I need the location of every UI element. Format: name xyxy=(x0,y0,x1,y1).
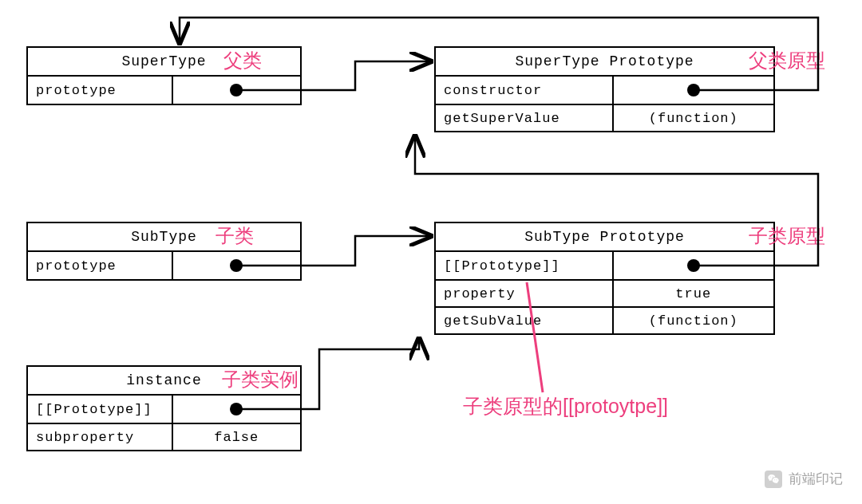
label-subtype: 子类 xyxy=(216,223,254,249)
subtype-prototype-label: prototype xyxy=(28,252,173,279)
instance-title-text: instance xyxy=(126,372,201,388)
superproto-title-text: SuperType Prototype xyxy=(515,53,694,69)
watermark-text: 前端印记 xyxy=(789,470,843,488)
dot-icon xyxy=(687,84,700,96)
instance-row-prototype: [[Prototype]] xyxy=(28,396,300,423)
subproto-property-label: property xyxy=(436,281,614,306)
subproto-title-text: SubType Prototype xyxy=(524,229,685,245)
annotation-proto-note: 子类原型的[[protoytpe]] xyxy=(463,393,668,419)
supertype-title-text: SuperType xyxy=(121,53,206,69)
superproto-row-constructor: constructor xyxy=(436,77,773,104)
box-superproto-title: SuperType Prototype xyxy=(436,48,773,77)
box-superproto: SuperType Prototype constructor getSuper… xyxy=(434,46,775,132)
supertype-prototype-value xyxy=(173,77,301,104)
dot-icon xyxy=(230,259,243,272)
superproto-constructor-value xyxy=(614,77,774,104)
watermark: 前端印记 xyxy=(765,470,843,488)
label-supertype: 父类 xyxy=(223,48,262,73)
instance-subproperty-value: false xyxy=(173,424,301,450)
subproto-property-value: true xyxy=(614,281,774,306)
box-subproto-title: SubType Prototype xyxy=(436,223,773,252)
subtype-row-prototype: prototype xyxy=(28,252,300,279)
subproto-prototype-label: [[Prototype]] xyxy=(436,252,614,279)
subproto-prototype-value xyxy=(614,252,774,279)
instance-row-subproperty: subproperty false xyxy=(28,423,300,450)
subtype-prototype-value xyxy=(173,252,301,279)
instance-subproperty-label: subproperty xyxy=(28,424,173,450)
dot-icon xyxy=(230,84,243,96)
subproto-row-prototype: [[Prototype]] xyxy=(436,252,773,279)
instance-prototype-value xyxy=(173,396,301,423)
subtype-title-text: SubType xyxy=(131,229,197,245)
box-subtype: SubType prototype xyxy=(26,222,302,281)
box-subproto: SubType Prototype [[Prototype]] property… xyxy=(434,222,775,335)
label-superproto: 父类原型 xyxy=(749,48,825,73)
subproto-row-getsubvalue: getSubValue (function) xyxy=(436,306,773,333)
subproto-row-property: property true xyxy=(436,279,773,306)
dot-icon xyxy=(230,403,243,415)
superproto-getsupervalue-value: (function) xyxy=(614,105,774,131)
instance-prototype-label: [[Prototype]] xyxy=(28,396,173,423)
subproto-getsubvalue-value: (function) xyxy=(614,308,774,333)
superproto-getsupervalue-label: getSuperValue xyxy=(436,105,614,131)
wechat-icon xyxy=(765,471,782,488)
dot-icon xyxy=(687,259,700,272)
superproto-constructor-label: constructor xyxy=(436,77,614,104)
label-subproto: 子类原型 xyxy=(749,223,825,249)
superproto-row-getsupervalue: getSuperValue (function) xyxy=(436,104,773,131)
label-instance: 子类实例 xyxy=(222,367,299,392)
box-subtype-title: SubType xyxy=(28,223,300,252)
supertype-row-prototype: prototype xyxy=(28,77,300,104)
supertype-prototype-label: prototype xyxy=(28,77,173,104)
subproto-getsubvalue-label: getSubValue xyxy=(436,308,614,333)
